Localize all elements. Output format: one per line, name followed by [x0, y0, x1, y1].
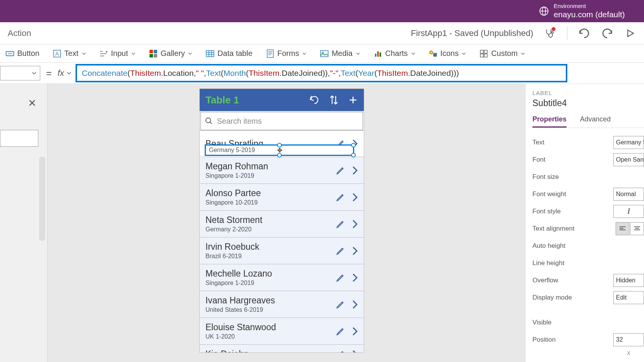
command-bar: Action FirstApp1 - Saved (Unpublished): [0, 22, 644, 44]
chevron-right-icon[interactable]: [352, 350, 358, 353]
prop-lineheight-label: Line height: [532, 259, 644, 267]
list-item[interactable]: Mechelle LozanoSingapore 1-2019: [200, 264, 364, 291]
chevron-right-icon[interactable]: [352, 327, 358, 336]
formula-input[interactable]: Concatenate(ThisItem.Location, " ", Text…: [76, 64, 567, 82]
list-item[interactable]: Megan RohmanSingapore 1-2019: [200, 157, 364, 184]
tab-advanced[interactable]: Advanced: [580, 115, 611, 128]
insert-datatable[interactable]: Data table: [206, 49, 252, 58]
svg-rect-28: [375, 54, 376, 57]
chevron-down-icon: [31, 70, 37, 76]
edit-icon[interactable]: [336, 166, 345, 175]
property-selector[interactable]: [0, 66, 40, 80]
svg-rect-17: [206, 51, 214, 57]
environment-indicator[interactable]: Environment enayu.com (default): [539, 3, 625, 19]
item-subtitle: Singapore 1-2019: [205, 172, 336, 179]
insert-media[interactable]: Media: [320, 49, 360, 58]
list-item[interactable]: Ivana HargreavesUnited States 6-2019: [200, 291, 364, 318]
canvas[interactable]: Table 1 Search items Beau Spratling: [48, 84, 525, 362]
edit-icon[interactable]: [336, 300, 345, 309]
chevron-right-icon[interactable]: [352, 219, 358, 229]
globe-icon: [539, 6, 549, 16]
prop-fontweight-value[interactable]: Normal: [613, 188, 644, 201]
add-icon[interactable]: [348, 95, 358, 105]
selected-subtitle-control[interactable]: Germany 5-2019 ✥: [205, 144, 354, 156]
list-item[interactable]: Irvin RoebuckBrazil 6-2019: [200, 238, 364, 264]
insert-custom[interactable]: Custom: [480, 49, 525, 58]
item-title: Kia Dejohn: [205, 349, 336, 353]
svg-rect-14: [154, 50, 157, 53]
prop-text-label: Text: [532, 139, 613, 146]
insert-input[interactable]: Input: [100, 49, 136, 58]
refresh-icon[interactable]: [309, 95, 320, 105]
position-x-label: X: [613, 350, 644, 356]
insert-text[interactable]: A Text: [53, 49, 86, 58]
align-left-button[interactable]: [616, 222, 629, 235]
prop-fontsize-label: Font size: [532, 173, 644, 181]
list-item[interactable]: Elouise StanwoodUK 1-2020: [200, 318, 364, 345]
table-icon: [206, 49, 214, 58]
prop-overflow-label: Overflow: [532, 277, 613, 284]
prop-font-value[interactable]: Open Sans: [613, 153, 644, 166]
insert-charts[interactable]: Charts: [374, 49, 416, 58]
tree-view-panel: ✕: [0, 84, 48, 362]
edit-icon[interactable]: [336, 327, 345, 336]
properties-panel: LABEL Subtitle4 Properties Advanced Text…: [525, 84, 644, 362]
svg-rect-30: [380, 52, 381, 57]
svg-text:A: A: [55, 51, 59, 57]
app-checker-button[interactable]: [544, 27, 556, 39]
chevron-right-icon[interactable]: [352, 273, 358, 282]
undo-icon: [578, 28, 590, 39]
tree-scrollbar[interactable]: [39, 157, 45, 241]
edit-icon[interactable]: [336, 350, 345, 353]
action-menu[interactable]: Action: [8, 28, 31, 38]
prop-fontstyle-value[interactable]: I: [613, 205, 644, 218]
tab-properties[interactable]: Properties: [532, 115, 567, 128]
prop-overflow-value[interactable]: Hidden: [613, 274, 644, 287]
list-item[interactable]: Beau Spratling Germany 5-2019 ✥: [200, 130, 364, 157]
prop-position-label: Position: [532, 336, 613, 344]
chevron-down-icon: [131, 51, 136, 56]
chevron-down-icon[interactable]: [66, 70, 72, 76]
redo-button[interactable]: [601, 27, 613, 39]
edit-icon[interactable]: [336, 273, 345, 282]
env-value: enayu.com (default): [554, 10, 625, 19]
fx-label: fx: [58, 68, 64, 78]
undo-button[interactable]: [578, 27, 590, 39]
list-item[interactable]: Alonso ParteeSingapore 10-2019: [200, 184, 364, 211]
prop-font-label: Font: [532, 156, 613, 164]
chevron-right-icon[interactable]: [352, 193, 358, 202]
chevron-down-icon: [462, 51, 466, 56]
prop-display-value[interactable]: Edit: [613, 291, 644, 304]
sort-icon[interactable]: [329, 95, 338, 105]
search-input[interactable]: Search items: [200, 112, 363, 130]
chevron-down-icon: [521, 51, 525, 56]
edit-icon[interactable]: [336, 219, 345, 229]
chevron-down-icon: [82, 51, 86, 56]
custom-icon: [480, 49, 488, 58]
svg-rect-22: [267, 50, 273, 57]
search-tree-input[interactable]: [0, 130, 38, 147]
list-item[interactable]: Neta StormentGermany 2-2020: [200, 211, 364, 238]
chevron-right-icon[interactable]: [352, 300, 358, 309]
prop-visible-label: Visible: [532, 319, 644, 326]
insert-button[interactable]: Button: [6, 49, 39, 58]
prop-text-value[interactable]: Germany 5: [613, 136, 644, 149]
item-subtitle: United States 6-2019: [205, 306, 336, 313]
prop-align-label: Text alignment: [532, 225, 616, 233]
list-item[interactable]: Kia Dejohn: [200, 345, 364, 353]
close-panel-button[interactable]: ✕: [28, 97, 36, 109]
edit-icon[interactable]: [336, 193, 345, 202]
prop-position-value[interactable]: 32: [613, 333, 644, 346]
insert-icons[interactable]: Icons: [429, 49, 467, 58]
insert-forms[interactable]: Forms: [266, 49, 307, 58]
gallery-icon: [149, 49, 158, 58]
insert-gallery[interactable]: Gallery: [149, 49, 192, 58]
play-button[interactable]: [624, 27, 636, 39]
chevron-right-icon[interactable]: [352, 166, 358, 175]
env-label: Environment: [554, 3, 625, 10]
edit-icon[interactable]: [336, 246, 345, 256]
chevron-right-icon[interactable]: [352, 246, 358, 256]
equals-sign: =: [46, 67, 52, 79]
text-icon: A: [53, 49, 61, 58]
align-center-button[interactable]: [630, 222, 644, 235]
